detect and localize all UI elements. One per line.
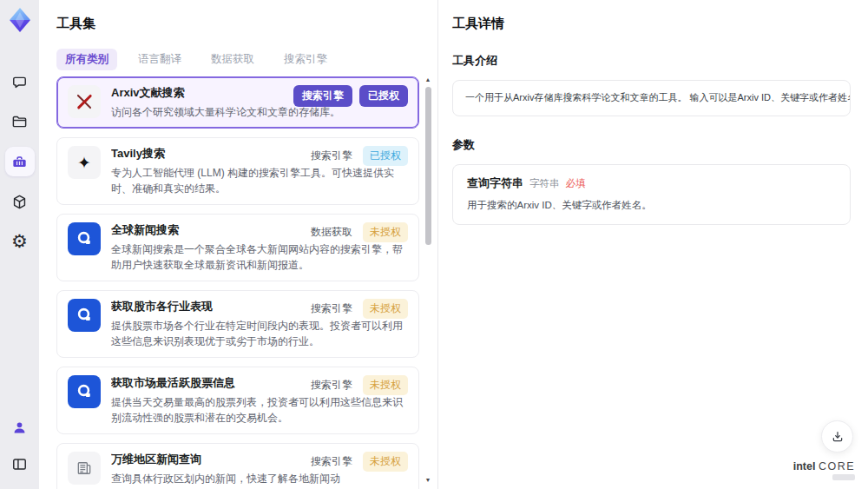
- tab-2[interactable]: 数据获取: [202, 49, 263, 70]
- tool-description: 提供当天交易量最高的股票列表，投资者可以利用这些信息来识别流动性强的股票和潜在的…: [111, 394, 406, 426]
- tool-auth-badge: 未授权: [363, 452, 408, 472]
- scroll-down-arrow[interactable]: ▼: [424, 477, 432, 484]
- main-area: 工具集 所有类别语言翻译数据获取搜索引擎 Arxiv文献搜索 访问各个研究领域大…: [39, 0, 868, 489]
- tool-card[interactable]: Arxiv文献搜索 访问各个研究领域大量科学论文和文章的存储库。 搜索引擎 已授…: [56, 76, 419, 129]
- param-type: 字符串: [529, 177, 560, 190]
- intro-heading: 工具介绍: [452, 53, 851, 69]
- param-description: 用于搜索的Arxiv ID、关键字或作者姓名。: [467, 199, 836, 212]
- intel-brand-word: intel: [793, 460, 816, 472]
- tool-category-tag: 数据获取: [307, 222, 356, 242]
- param-name: 查询字符串: [467, 175, 523, 191]
- scrollbar-thumb[interactable]: [425, 87, 431, 245]
- tool-auth-badge: 未授权: [363, 299, 408, 319]
- category-tabs: 所有类别语言翻译数据获取搜索引擎: [56, 49, 336, 70]
- tool-card[interactable]: 全球新闻搜索 全球新闻搜索是一个聚合全球各大新闻网站内容的搜索引擎，帮助用户快速…: [56, 214, 419, 281]
- tool-category-tag: 搜索引擎: [307, 299, 356, 319]
- tool-card[interactable]: 获取市场最活跃股票信息 提供当天交易量最高的股票列表，投资者可以利用这些信息来识…: [56, 367, 419, 434]
- tool-description: 专为人工智能代理 (LLM) 构建的搜索引擎工具。可快速提供实时、准确和真实的结…: [111, 165, 406, 196]
- newspaper-icon: [68, 452, 101, 485]
- tool-category-tag: 搜索引擎: [307, 375, 356, 395]
- scroll-up-arrow[interactable]: ▲: [424, 76, 432, 83]
- tool-description: 查询具体行政区划内的新闻，快速了解各地新闻动: [111, 471, 406, 486]
- param-box: 查询字符串 字符串 必填 用于搜索的Arxiv ID、关键字或作者姓名。: [452, 164, 851, 225]
- core-brand-word: CORE: [819, 460, 855, 472]
- sidebar-bottom: [0, 413, 39, 479]
- download-icon: [831, 430, 845, 444]
- intel-core-logo: intel CORE: [793, 460, 855, 480]
- tab-3[interactable]: 搜索引擎: [275, 49, 336, 70]
- folder-icon[interactable]: [5, 107, 35, 136]
- sidebar-nav: ⚙: [5, 67, 35, 256]
- tools-panel: 工具集 所有类别语言翻译数据获取搜索引擎 Arxiv文献搜索 访问各个研究领域大…: [39, 0, 437, 489]
- panel-toggle-icon[interactable]: [5, 449, 35, 479]
- tool-auth-badge: 已授权: [359, 85, 408, 107]
- chat-icon[interactable]: [5, 67, 35, 96]
- tools-scrollbar[interactable]: ▲ ▼: [424, 76, 432, 484]
- tool-auth-badge: 已授权: [363, 146, 408, 166]
- tab-1[interactable]: 语言翻译: [129, 49, 190, 70]
- detail-title: 工具详情: [452, 16, 851, 32]
- user-icon[interactable]: [5, 413, 35, 442]
- page-title: 工具集: [56, 16, 95, 32]
- gear-icon[interactable]: ⚙: [5, 227, 35, 256]
- tool-detail-panel: 工具详情 工具介绍 一个用于从Arxiv存储库搜索科学论文和文章的工具。 输入可…: [438, 0, 868, 489]
- tab-0[interactable]: 所有类别: [56, 49, 117, 70]
- tool-category-tag: 搜索引擎: [307, 452, 356, 472]
- gem-logo-icon[interactable]: [6, 6, 34, 34]
- intro-box: 一个用于从Arxiv存储库搜索科学论文和文章的工具。 输入可以是Arxiv ID…: [452, 80, 851, 116]
- toolbox-icon[interactable]: [5, 147, 35, 176]
- arxiv-logo-icon: [68, 85, 101, 118]
- tool-list: Arxiv文献搜索 访问各个研究领域大量科学论文和文章的存储库。 搜索引擎 已授…: [56, 76, 419, 489]
- tool-description: 全球新闻搜索是一个聚合全球各大新闻网站内容的搜索引擎，帮助用户快速获取全球最新资…: [111, 241, 406, 273]
- tool-card[interactable]: 获取股市各行业表现 提供股票市场各个行业在特定时间段内的表现。投资者可以利用这些…: [56, 290, 419, 358]
- tool-card[interactable]: ✦ Tavily搜索 专为人工智能代理 (LLM) 构建的搜索引擎工具。可快速提…: [56, 137, 419, 205]
- news-search-app-icon: [68, 222, 101, 255]
- brand-sub-badge: [832, 474, 855, 480]
- download-button[interactable]: [821, 420, 853, 453]
- tool-category-tag: 搜索引擎: [293, 85, 352, 107]
- tool-auth-badge: 未授权: [363, 375, 408, 395]
- params-heading: 参数: [452, 137, 851, 153]
- tool-category-tag: 搜索引擎: [307, 146, 356, 166]
- tool-card[interactable]: 万维地区新闻查询 查询具体行政区划内的新闻，快速了解各地新闻动 搜索引擎 未授权: [56, 443, 419, 489]
- news-search-app-icon: [68, 299, 101, 332]
- param-required-badge: 必填: [566, 177, 586, 190]
- tool-auth-badge: 未授权: [363, 222, 408, 242]
- tavily-star-icon: ✦: [68, 146, 101, 179]
- package-icon[interactable]: [5, 187, 35, 216]
- news-search-app-icon: [68, 375, 101, 408]
- tool-description: 提供股票市场各个行业在特定时间段内的表现。投资者可以利用这些信息来识别表现优于或…: [111, 318, 406, 349]
- sidebar: ⚙: [0, 0, 39, 489]
